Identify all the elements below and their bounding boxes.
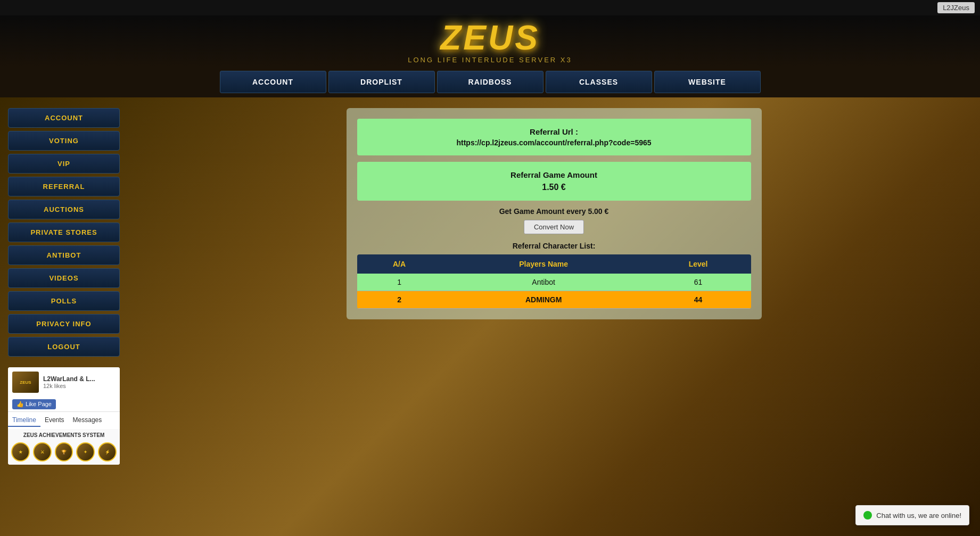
- sidebar-item-vip[interactable]: VIP: [8, 154, 120, 174]
- nav-droplist-btn[interactable]: DROPLIST: [328, 71, 435, 93]
- table-cell-level-2: 44: [646, 291, 751, 309]
- table-cell-index-2: 2: [357, 291, 442, 309]
- social-likes-count: 12k likes: [43, 383, 95, 389]
- main-content: Referral Url : https://cp.l2jzeus.com/ac…: [128, 97, 980, 536]
- main-nav: ACCOUNT DROPLIST RAIDBOSS CLASSES WEBSIT…: [0, 67, 980, 97]
- referral-url-label: Referral Url :: [366, 127, 743, 136]
- sidebar-item-referral[interactable]: REFERRAL: [8, 177, 120, 196]
- convert-btn-wrap: Convert Now: [357, 220, 751, 234]
- social-badge-3: 🏆: [55, 442, 73, 461]
- sidebar-item-logout[interactable]: LOGOUT: [8, 337, 120, 357]
- nav-classes-btn[interactable]: CLASSES: [546, 71, 652, 93]
- table-row: 1 Antibot 61: [357, 274, 751, 291]
- char-list-title: Referral Character List:: [357, 242, 751, 250]
- chat-online-indicator: [863, 511, 872, 519]
- social-content-title: ZEUS ACHIEVEMENTS SYSTEM: [11, 432, 117, 438]
- social-thumb-label: ZEUS: [20, 380, 31, 385]
- social-like-button[interactable]: 👍 Like Page: [12, 399, 56, 409]
- referral-table: A/A Players Name Level 1 Antibot 61 2 AD…: [357, 254, 751, 309]
- site-logo: ZEUS: [0, 21, 980, 55]
- social-content: ZEUS ACHIEVEMENTS SYSTEM ★ ⚔ 🏆 ✦ ⚡: [8, 429, 120, 465]
- social-header: ZEUS L2WarLand & L... 12k likes: [8, 367, 120, 397]
- nav-website-btn[interactable]: WEBSITE: [654, 71, 761, 93]
- convert-info-text: Get Game Amount every 5.00 €: [357, 207, 751, 216]
- referral-url-box: Referral Url : https://cp.l2jzeus.com/ac…: [357, 119, 751, 155]
- main-layout: ACCOUNT VOTING VIP REFERRAL AUCTIONS PRI…: [0, 97, 980, 536]
- nav-account-btn[interactable]: ACCOUNT: [220, 71, 326, 93]
- sidebar-item-account[interactable]: ACCOUNT: [8, 108, 120, 128]
- table-header-players-name: Players Name: [442, 254, 646, 274]
- content-card: Referral Url : https://cp.l2jzeus.com/ac…: [347, 108, 762, 319]
- social-badge-1: ★: [11, 442, 30, 461]
- social-tab-events[interactable]: Events: [40, 414, 69, 427]
- sidebar-item-private-stores[interactable]: PRIVATE STORES: [8, 222, 120, 242]
- table-cell-level-1: 61: [646, 274, 751, 291]
- table-row: 2 ADMINGM 44: [357, 291, 751, 309]
- username-display: L2JZeus: [937, 2, 975, 13]
- social-page-name: L2WarLand & L...: [43, 375, 95, 383]
- table-header-aa: A/A: [357, 254, 442, 274]
- convert-now-button[interactable]: Convert Now: [524, 220, 584, 234]
- referral-url-value: https://cp.l2jzeus.com/account/referral.…: [366, 138, 743, 147]
- social-badge-2: ⚔: [33, 442, 52, 461]
- table-header-row: A/A Players Name Level: [357, 254, 751, 274]
- table-cell-name-1: Antibot: [442, 274, 646, 291]
- referral-amount-box: Referral Game Amount 1.50 €: [357, 162, 751, 201]
- site-subtitle: LONG LIFE INTERLUDE SERVER X3: [0, 56, 980, 64]
- social-tab-timeline[interactable]: Timeline: [8, 414, 40, 427]
- referral-amount-value: 1.50 €: [366, 183, 743, 192]
- sidebar-item-privacy-info[interactable]: PRIVACY INFO: [8, 314, 120, 334]
- social-thumbnail: ZEUS: [12, 372, 39, 393]
- sidebar-item-polls[interactable]: POLLS: [8, 291, 120, 311]
- sidebar-item-antibot[interactable]: ANTIBOT: [8, 245, 120, 265]
- sidebar-item-auctions[interactable]: AUCTIONS: [8, 200, 120, 219]
- social-tabs: Timeline Events Messages: [8, 411, 120, 429]
- sidebar-item-videos[interactable]: VIDEOS: [8, 268, 120, 288]
- chat-widget[interactable]: Chat with us, we are online!: [855, 505, 969, 525]
- social-widget: ZEUS L2WarLand & L... 12k likes 👍 Like P…: [8, 367, 120, 465]
- social-badge-5: ⚡: [98, 442, 117, 461]
- referral-amount-label: Referral Game Amount: [366, 170, 743, 179]
- social-badge-4: ✦: [76, 442, 95, 461]
- table-header-level: Level: [646, 254, 751, 274]
- social-icons-row: ★ ⚔ 🏆 ✦ ⚡: [11, 442, 117, 461]
- chat-message: Chat with us, we are online!: [876, 512, 961, 519]
- sidebar: ACCOUNT VOTING VIP REFERRAL AUCTIONS PRI…: [0, 97, 128, 536]
- table-cell-index-1: 1: [357, 274, 442, 291]
- social-tab-messages[interactable]: Messages: [69, 414, 106, 427]
- table-cell-name-2: ADMINGM: [442, 291, 646, 309]
- nav-raidboss-btn[interactable]: RAIDBOSS: [437, 71, 543, 93]
- header: ZEUS LONG LIFE INTERLUDE SERVER X3: [0, 15, 980, 67]
- sidebar-item-voting[interactable]: VOTING: [8, 131, 120, 151]
- social-info: L2WarLand & L... 12k likes: [43, 375, 95, 389]
- top-bar: L2JZeus: [0, 0, 980, 15]
